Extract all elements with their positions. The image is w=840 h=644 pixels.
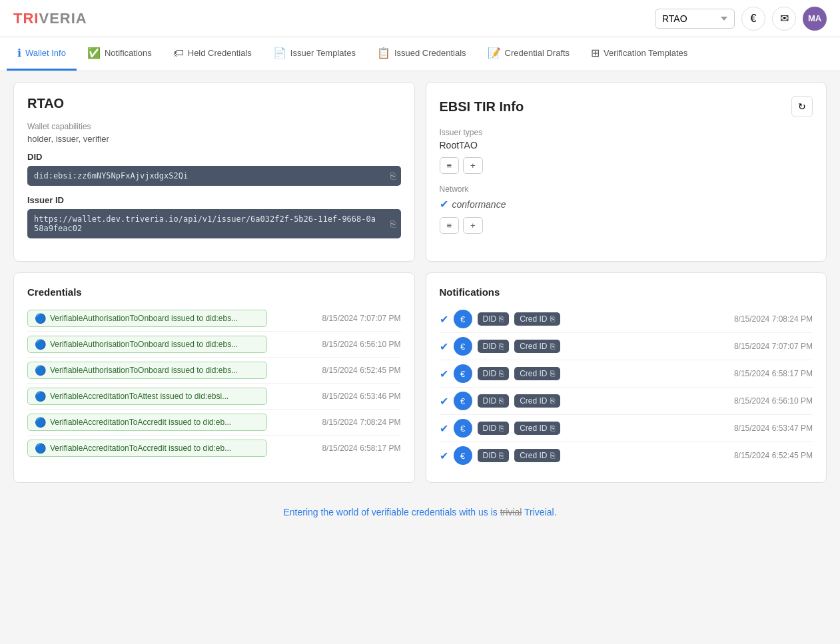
issuer-types-value: RootTAO [440,140,813,151]
notification-did-button[interactable]: DID ⎘ [478,340,510,353]
credential-date: 8/15/2024 7:08:24 PM [322,418,400,427]
network-item: ✔ conformance [440,198,813,210]
logo-text: TRIVERIA [13,10,87,27]
credential-icon: 🔵 [35,391,46,402]
copy-cred-icon: ⎘ [550,369,555,378]
notification-euro-button[interactable]: € [454,446,472,465]
tab-issuer-templates[interactable]: 📄 Issuer Templates [262,37,366,71]
notification-cred-id-button[interactable]: Cred ID ⎘ [514,367,560,380]
did-label: DID [483,424,497,433]
notification-did-button[interactable]: DID ⎘ [478,367,510,380]
notification-cred-id-button[interactable]: Cred ID ⎘ [514,312,560,326]
refresh-button[interactable]: ↻ [791,96,813,117]
credential-badge: 🔵 VerifiableAuthorisationToOnboard issue… [27,310,267,327]
credential-date: 8/15/2024 7:07:07 PM [322,314,400,323]
notification-cred-id-button[interactable]: Cred ID ⎘ [514,422,560,435]
notification-cred-id-button[interactable]: Cred ID ⎘ [514,340,560,353]
did-label: DID [483,396,497,406]
footer-after: Triveial. [522,507,556,517]
notification-euro-button[interactable]: € [454,419,472,438]
cred-id-label: Cred ID [520,342,547,351]
cred-id-label: Cred ID [520,396,547,406]
did-label: DID [483,314,497,324]
network-name: conformance [452,199,506,210]
notification-date: 8/15/2024 7:07:07 PM [734,342,813,351]
notification-euro-button[interactable]: € [454,364,472,383]
network-add-button[interactable]: + [463,217,483,234]
copy-did-icon: ⎘ [499,451,504,460]
copy-cred-icon: ⎘ [550,342,555,351]
credential-label: VerifiableAccreditationToAccredit issued… [50,418,231,427]
issuer-add-button[interactable]: + [463,157,483,174]
tab-held-credentials[interactable]: 🏷 Held Credentials [163,38,262,71]
avatar-button[interactable]: MA [803,7,827,31]
footer-before: Entering the world of verifiable credent… [283,507,500,517]
credential-badge: 🔵 VerifiableAuthorisationToOnboard issue… [27,336,267,353]
notification-cred-id-button[interactable]: Cred ID ⎘ [514,449,560,462]
credential-item[interactable]: 🔵 VerifiableAccreditationToAccredit issu… [27,436,401,461]
check-circle-icon: ✅ [87,47,101,59]
notification-item: ✔ € DID ⎘ Cred ID ⎘ 8/15/2024 7:07:07 PM [440,333,813,360]
credential-label: VerifiableAccreditationToAccredit issued… [50,444,231,453]
main-content: RTAO Wallet capabilities holder, issuer,… [0,71,840,493]
notification-check-icon: ✔ [440,395,448,408]
copy-issuer-id-button[interactable]: ⎘ [390,218,396,229]
tab-verification-templates[interactable]: ⊞ Verification Templates [580,37,698,71]
credential-label: VerifiableAuthorisationToOnboard issued … [50,340,238,349]
mail-button[interactable]: ✉ [772,7,796,31]
capabilities-value: holder, issuer, verifier [27,134,401,144]
avatar-initials: MA [808,13,821,23]
notification-euro-button[interactable]: € [454,392,472,410]
ebsi-title: EBSI TIR Info [440,99,524,115]
tab-wallet-info[interactable]: ℹ Wallet Info [7,37,77,71]
credential-badge: 🔵 VerifiableAuthorisationToOnboard issue… [27,362,267,379]
credential-date: 8/15/2024 6:53:46 PM [322,392,400,401]
credentials-list: 🔵 VerifiableAuthorisationToOnboard issue… [27,306,401,461]
issuer-filter-button[interactable]: ≡ [440,157,460,174]
notification-did-button[interactable]: DID ⎘ [478,449,510,462]
credential-item[interactable]: 🔵 VerifiableAuthorisationToOnboard issue… [27,358,401,384]
credential-item[interactable]: 🔵 VerifiableAccreditationToAttest issued… [27,384,401,410]
notification-did-button[interactable]: DID ⎘ [478,312,510,326]
network-filter-button[interactable]: ≡ [440,217,460,234]
copy-did-button[interactable]: ⎘ [390,170,396,181]
logo: TRIVERIA [13,10,87,27]
credential-item[interactable]: 🔵 VerifiableAuthorisationToOnboard issue… [27,306,401,332]
notification-euro-button[interactable]: € [454,337,472,356]
cred-id-label: Cred ID [520,314,547,324]
network-label: Network [440,184,813,194]
notifications-title: Notifications [440,286,813,298]
credential-badge: 🔵 VerifiableAccreditationToAttest issued… [27,388,267,405]
issuer-types-label: Issuer types [440,128,813,137]
capabilities-label: Wallet capabilities [27,122,401,131]
wallet-info-card: RTAO Wallet capabilities holder, issuer,… [13,82,415,262]
org-selector[interactable]: RTAO [655,9,735,29]
notification-date: 8/15/2024 6:58:17 PM [734,369,813,378]
notification-euro-button[interactable]: € [454,310,472,328]
credential-item[interactable]: 🔵 VerifiableAccreditationToAccredit issu… [27,410,401,436]
notification-item: ✔ € DID ⎘ Cred ID ⎘ 8/15/2024 7:08:24 PM [440,306,813,333]
credential-date: 8/15/2024 6:52:45 PM [322,366,400,375]
credential-icon: 🔵 [35,365,46,376]
euro-button[interactable]: € [741,7,765,31]
tab-issued-credentials-label: Issued Credentials [394,48,466,58]
copy-cred-icon: ⎘ [550,396,555,406]
draft-icon: 📝 [488,47,501,59]
clipboard-icon: 📋 [377,47,390,59]
footer: Entering the world of verifiable credent… [0,493,840,531]
top-cards-row: RTAO Wallet capabilities holder, issuer,… [13,82,827,262]
notification-cred-id-button[interactable]: Cred ID ⎘ [514,394,560,408]
notification-did-button[interactable]: DID ⎘ [478,422,510,435]
ebsi-header: EBSI TIR Info ↻ [440,96,813,117]
issuer-types-actions: ≡ + [440,157,813,174]
notification-did-button[interactable]: DID ⎘ [478,394,510,408]
notification-item: ✔ € DID ⎘ Cred ID ⎘ 8/15/2024 6:56:10 PM [440,388,813,415]
tab-credential-drafts[interactable]: 📝 Credential Drafts [477,37,581,71]
notification-date: 8/15/2024 6:56:10 PM [734,396,813,406]
tab-notifications[interactable]: ✅ Notifications [77,37,163,71]
credential-item[interactable]: 🔵 VerifiableAuthorisationToOnboard issue… [27,332,401,358]
mail-icon: ✉ [780,12,789,25]
notification-check-icon: ✔ [440,422,448,435]
cred-id-label: Cred ID [520,451,547,460]
tab-issued-credentials[interactable]: 📋 Issued Credentials [366,37,477,71]
